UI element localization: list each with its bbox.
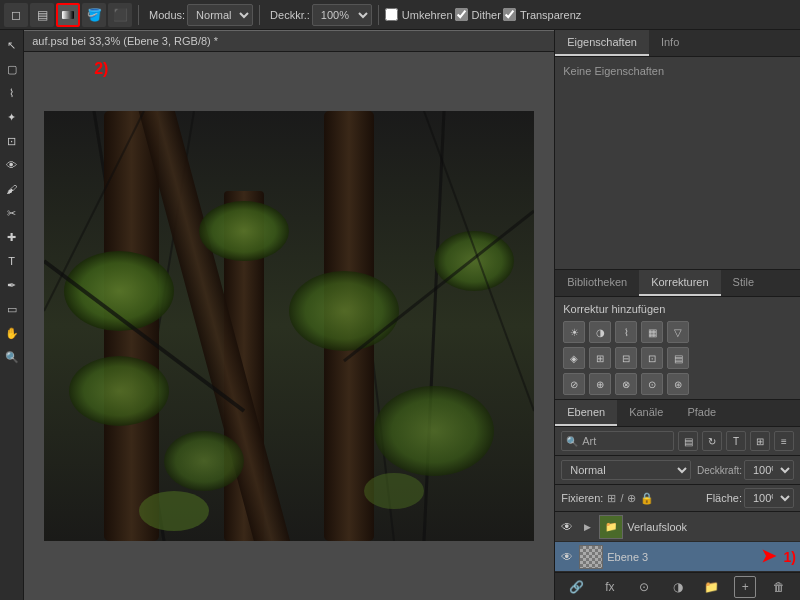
adj-icons-row-3: ⊘ ⊕ ⊗ ⊙ ⊛: [563, 373, 792, 395]
layers-icon-btn-4[interactable]: ⊞: [750, 431, 770, 451]
tab-stile[interactable]: Stile: [721, 270, 766, 296]
svg-point-22: [139, 491, 209, 531]
umkehren-label: Umkehren: [402, 9, 453, 21]
fix-icon-4[interactable]: 🔒: [640, 492, 654, 505]
add-layer-btn[interactable]: +: [734, 576, 756, 598]
tool-brush[interactable]: 🖌: [1, 178, 23, 200]
tool-lasso[interactable]: ⌇: [1, 82, 23, 104]
tool-magic[interactable]: ✦: [1, 106, 23, 128]
deckk-label: Deckkr.:: [270, 9, 310, 21]
adj-brightness-icon[interactable]: ☀: [563, 321, 585, 343]
tool-crop[interactable]: ⊡: [1, 130, 23, 152]
layer-thumb-verlaufslook: 📁: [599, 515, 623, 539]
adj-vibrance-icon[interactable]: ◈: [563, 347, 585, 369]
tab-eigenschaften[interactable]: Eigenschaften: [555, 30, 649, 56]
layers-fix-row: Fixieren: ⊞ / ⊕ 🔒 Fläche: 100%: [555, 485, 800, 512]
gradient-tool-btn[interactable]: [56, 3, 80, 27]
tool-clone[interactable]: ✂: [1, 202, 23, 224]
document-tab[interactable]: auf.psd bei 33,3% (Ebene 3, RGB/8) *: [24, 30, 554, 52]
adj-invert-icon[interactable]: ⊙: [641, 373, 663, 395]
adj-mixer-icon[interactable]: ▤: [667, 347, 689, 369]
delete-layer-btn[interactable]: 🗑: [768, 576, 790, 598]
layers-panel: Ebenen Kanäle Pfade 🔍 Art ▤ ↻ T ⊞ ≡ Norm…: [555, 400, 800, 600]
modus-label: Modus:: [149, 9, 185, 21]
layer-vis-ebene3[interactable]: 👁: [559, 549, 575, 565]
adj-title: Korrektur hinzufügen: [563, 303, 792, 315]
adj-icons-row-2: ◈ ⊞ ⊟ ⊡ ▤: [563, 347, 792, 369]
adj-levels-icon[interactable]: ▦: [641, 321, 663, 343]
tab-ebenen[interactable]: Ebenen: [555, 400, 617, 426]
tab-korrekturen[interactable]: Korrekturen: [639, 270, 720, 296]
tool-text[interactable]: T: [1, 250, 23, 272]
toolbar-btn-4[interactable]: ⬛: [108, 3, 132, 27]
adj-solid-icon[interactable]: ⊕: [589, 373, 611, 395]
tool-shape[interactable]: ▭: [1, 298, 23, 320]
red-arrow-annotation: ➤: [761, 545, 776, 567]
layers-icon-btn-2[interactable]: ↻: [702, 431, 722, 451]
adj-pattern-icon[interactable]: ⊗: [615, 373, 637, 395]
layer-item-verlaufslook[interactable]: 👁 ▶ 📁 Verlaufslook: [555, 512, 800, 542]
add-mask-btn[interactable]: ⊙: [633, 576, 655, 598]
layers-controls: 🔍 Art ▤ ↻ T ⊞ ≡: [555, 427, 800, 456]
filter-label: Art: [582, 435, 596, 447]
toolbar-btn-1[interactable]: ◻: [4, 3, 28, 27]
tool-eye[interactable]: 👁: [1, 154, 23, 176]
adj-photo-icon[interactable]: ⊡: [641, 347, 663, 369]
svg-point-14: [289, 271, 399, 351]
fix-icon-2[interactable]: /: [620, 492, 623, 504]
properties-content: Keine Eigenschaften: [555, 57, 800, 85]
canvas-wrapper[interactable]: [24, 52, 554, 600]
tab-bibliotheken[interactable]: Bibliotheken: [555, 270, 639, 296]
blend-mode-select[interactable]: Normal: [561, 460, 691, 480]
opacity-select[interactable]: 100%: [744, 460, 794, 480]
tool-pen[interactable]: ✒: [1, 274, 23, 296]
fixieren-label: Fixieren:: [561, 492, 603, 504]
umkehren-checkbox[interactable]: [385, 8, 398, 21]
tab-info[interactable]: Info: [649, 30, 691, 56]
adj-contrast-icon[interactable]: ◑: [589, 321, 611, 343]
dither-group: Dither: [455, 8, 501, 21]
add-group-btn[interactable]: 📁: [700, 576, 722, 598]
layers-filter[interactable]: 🔍 Art: [561, 431, 674, 451]
layer-vis-verlaufslook[interactable]: 👁: [559, 519, 575, 535]
fill-select[interactable]: 100%: [744, 488, 794, 508]
svg-point-12: [69, 356, 169, 426]
add-adjustment-btn[interactable]: ◑: [667, 576, 689, 598]
deckk-select[interactable]: 100%: [312, 4, 372, 26]
add-fx-btn[interactable]: fx: [599, 576, 621, 598]
layers-icon-btn-1[interactable]: ▤: [678, 431, 698, 451]
toolbar-btn-2[interactable]: ▤: [30, 3, 54, 27]
adjustments-tabs: Bibliotheken Korrekturen Stile: [555, 270, 800, 297]
fix-icon-3[interactable]: ⊕: [627, 492, 636, 505]
tool-move[interactable]: ↖: [1, 34, 23, 56]
tab-pfade[interactable]: Pfade: [675, 400, 728, 426]
adj-hue-icon[interactable]: ▽: [667, 321, 689, 343]
svg-point-16: [164, 431, 244, 491]
adj-gradient-icon[interactable]: ⊘: [563, 373, 585, 395]
left-toolbar: ↖ ▢ ⌇ ✦ ⊡ 👁 🖌 ✂ ✚ T ✒ ▭ ✋ 🔍: [0, 30, 24, 600]
modus-select[interactable]: Normal: [187, 4, 253, 26]
tool-hand[interactable]: ✋: [1, 322, 23, 344]
adjustments-panel: Bibliotheken Korrekturen Stile Korrektur…: [555, 270, 800, 400]
tab-kanaele[interactable]: Kanäle: [617, 400, 675, 426]
adj-threshold-icon[interactable]: ⊛: [667, 373, 689, 395]
tool-heal[interactable]: ✚: [1, 226, 23, 248]
gradient-icon: [61, 8, 75, 22]
adj-saturation-icon[interactable]: ⊞: [589, 347, 611, 369]
opacity-group: Deckkraft: 100%: [697, 460, 794, 480]
tool-select[interactable]: ▢: [1, 58, 23, 80]
fill-group: Fläche: 100%: [706, 488, 794, 508]
fix-icon-1[interactable]: ⊞: [607, 492, 616, 505]
adj-balance-icon[interactable]: ⊟: [615, 347, 637, 369]
adj-curves-icon[interactable]: ⌇: [615, 321, 637, 343]
layers-icon-btn-5[interactable]: ≡: [774, 431, 794, 451]
toolbar-btn-3[interactable]: 🪣: [82, 3, 106, 27]
right-panel: Eigenschaften Info Keine Eigenschaften B…: [554, 30, 800, 600]
transparenz-checkbox[interactable]: [503, 8, 516, 21]
tool-zoom[interactable]: 🔍: [1, 346, 23, 368]
link-layers-btn[interactable]: 🔗: [565, 576, 587, 598]
layer-item-ebene3[interactable]: 👁 Ebene 3 ➤ 1): [555, 542, 800, 572]
dither-checkbox[interactable]: [455, 8, 468, 21]
layer-expand-verlaufslook[interactable]: ▶: [579, 519, 595, 535]
layers-icon-btn-3[interactable]: T: [726, 431, 746, 451]
